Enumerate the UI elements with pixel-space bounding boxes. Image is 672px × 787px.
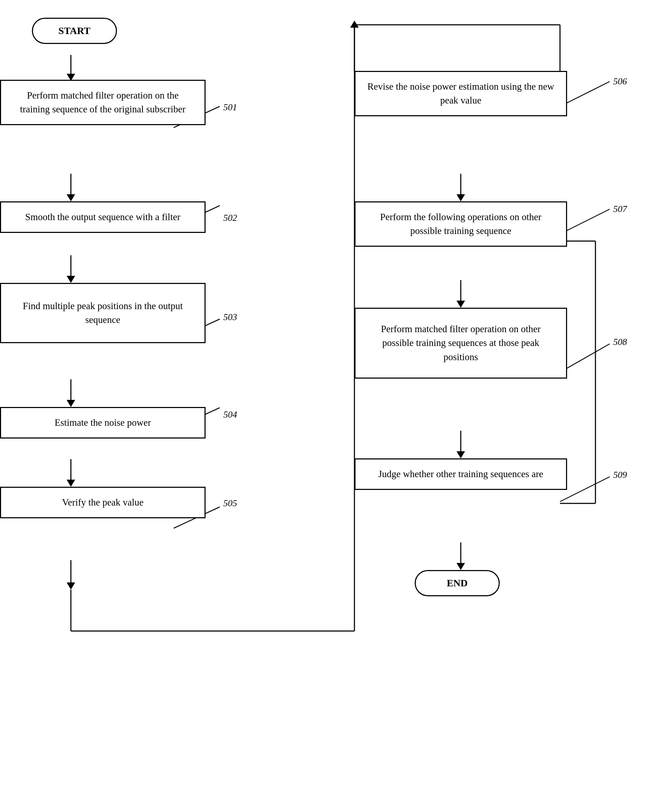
svg-marker-17 [456, 194, 465, 201]
svg-marker-23 [456, 563, 465, 570]
box503-label: 503 [223, 312, 237, 322]
box-503: Find multiple peak positions in the outp… [0, 283, 205, 343]
box506-text: Revise the noise power estimation using … [367, 81, 554, 106]
box-509: Judge whether other training sequences a… [355, 458, 560, 490]
box-504: Estimate the noise power [0, 407, 205, 439]
svg-line-38 [560, 344, 610, 372]
box501-text: Perform matched filter operation on the … [20, 90, 185, 114]
svg-line-39 [560, 477, 610, 502]
svg-line-36 [560, 82, 610, 106]
box-505: Verify the peak value [0, 487, 205, 518]
box504-label: 504 [223, 409, 237, 420]
svg-line-37 [560, 209, 610, 234]
end-terminal: END [415, 570, 500, 596]
end-label: END [446, 577, 467, 588]
box507-label: 507 [613, 204, 627, 215]
box-507: Perform the following operations on othe… [355, 201, 560, 247]
svg-marker-15 [350, 21, 359, 28]
box507-text: Perform the following operations on othe… [380, 212, 541, 236]
start-terminal: START [32, 18, 117, 44]
box508-text: Perform matched filter operation on othe… [366, 322, 555, 364]
box509-label: 509 [613, 470, 627, 480]
box509-text: Judge whether other training sequences a… [378, 469, 543, 479]
box-502: Smooth the output sequence with a filter [0, 201, 205, 233]
svg-marker-19 [456, 300, 465, 308]
box-501: Perform matched filter operation on the … [0, 80, 205, 125]
box-506: Revise the noise power estimation using … [355, 71, 560, 116]
box505-label: 505 [223, 498, 237, 509]
box502-text: Smooth the output sequence with a filter [25, 212, 180, 222]
box504-text: Estimate the noise power [55, 417, 151, 428]
svg-marker-7 [67, 400, 75, 407]
box502-label: 502 [223, 213, 237, 223]
svg-marker-5 [67, 276, 75, 283]
box506-label: 506 [613, 76, 627, 87]
svg-marker-21 [456, 451, 465, 458]
svg-marker-11 [67, 582, 75, 589]
box508-label: 508 [613, 337, 627, 348]
box505-text: Verify the peak value [62, 497, 144, 508]
svg-marker-9 [67, 480, 75, 487]
box501-label: 501 [223, 102, 237, 113]
box-508: Perform matched filter operation on othe… [355, 308, 560, 379]
svg-marker-3 [67, 194, 75, 201]
box503-text: Find multiple peak positions in the outp… [12, 299, 194, 327]
start-label: START [58, 25, 90, 36]
